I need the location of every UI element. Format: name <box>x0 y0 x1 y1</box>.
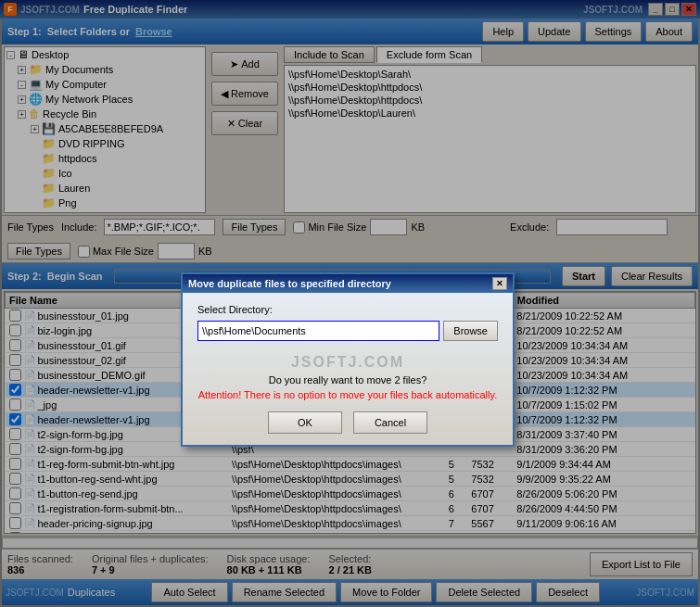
modal-title: Move duplicate files to specified direct… <box>188 278 391 289</box>
modal-dir-input[interactable] <box>197 321 439 341</box>
modal-dir-row: Browse <box>197 321 498 341</box>
modal-warning: Attention! There is no option to move yo… <box>197 389 498 400</box>
modal-dir-label: Select Directory: <box>197 304 498 315</box>
modal-cancel-button[interactable]: Cancel <box>353 411 427 434</box>
modal-dialog: Move duplicate files to specified direct… <box>181 272 515 447</box>
modal-question: Do you really want to move 2 files? <box>197 374 498 386</box>
modal-buttons: OK Cancel <box>197 411 498 434</box>
modal-titlebar: Move duplicate files to specified direct… <box>183 274 513 293</box>
modal-watermark: JSOFTJ.COM <box>197 350 498 374</box>
modal-overlay: Move duplicate files to specified direct… <box>0 0 700 607</box>
modal-close-button[interactable]: ✕ <box>492 277 507 290</box>
modal-ok-button[interactable]: OK <box>268 411 342 434</box>
modal-body: Select Directory: Browse JSOFTJ.COM Do y… <box>183 293 513 445</box>
modal-browse-button[interactable]: Browse <box>443 321 498 341</box>
